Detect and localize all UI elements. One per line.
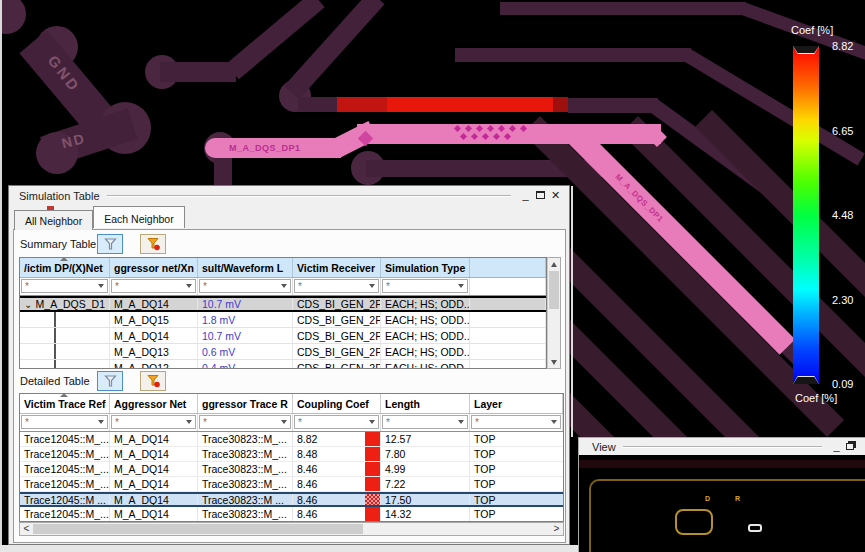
filter-combobox[interactable]: *: [111, 415, 196, 429]
app-left-border: [0, 0, 2, 545]
summary-table-row[interactable]: M_A_DQ120.4 mVCDS_BI_GEN_2PEACH; HS; ODD: [20, 360, 546, 369]
aggressor-net-cell: M_A_DQ14: [110, 328, 198, 343]
victim-trace-ref-cell: Trace12045::M_...: [20, 432, 110, 446]
header-filler: [470, 258, 546, 277]
view-window-titlebar[interactable]: View _: [579, 438, 865, 455]
filter-combobox[interactable]: *: [21, 279, 108, 293]
layer-cell: TOP: [470, 432, 563, 446]
chevron-down-icon[interactable]: [369, 420, 375, 424]
detailed-table-row[interactable]: Trace12045::M_...M_A_DQ14Trace30823::M_.…: [20, 447, 563, 462]
summary-table-row[interactable]: M_A_DQ151.8 mVCDS_BI_GEN_2P...EACH; HS; …: [20, 312, 546, 328]
detailed-horizontal-scrollbar[interactable]: < >: [19, 522, 564, 536]
aggressor-net-cell: M_A_DQ14: [110, 298, 198, 310]
detailed-table-row[interactable]: Trace12045::M ...M_A_DQ14Trace30823::M .…: [20, 492, 563, 507]
tab-each-neighbor[interactable]: Each Neighbor: [93, 206, 184, 228]
pink-victim-trace[interactable]: M_A_DQS_DP1: [205, 138, 341, 158]
chevron-down-icon[interactable]: [186, 420, 192, 424]
victim-trace-ref-cell: Trace12045::M ...: [20, 494, 110, 505]
filter-wildcard: *: [25, 417, 29, 428]
scroll-up-icon[interactable]: [548, 258, 560, 270]
detailed-filter-row: ******: [20, 414, 563, 432]
minimize-icon[interactable]: _: [518, 188, 533, 203]
filter-cell: *: [381, 278, 470, 295]
chevron-down-icon[interactable]: [458, 284, 464, 288]
summary-table-row[interactable]: M_A_DQ1410.7 mVCDS_BI_GEN_2P...EACH; HS;…: [20, 328, 546, 344]
column-header[interactable]: Victim Trace Ref: [20, 394, 110, 413]
red-highlight-trace[interactable]: [337, 97, 387, 112]
column-header[interactable]: ggressor Trace R: [198, 394, 293, 413]
detailed-table-row[interactable]: Trace12045::M_...M_A_DQ14Trace30823::M_.…: [20, 462, 563, 477]
filter-wildcard: *: [115, 417, 119, 428]
simulation-window-titlebar[interactable]: Simulation Table _ ✕: [9, 186, 569, 205]
close-icon[interactable]: ✕: [548, 188, 563, 203]
detailed-filter-button[interactable]: [97, 371, 123, 391]
filter-combobox[interactable]: *: [294, 415, 379, 429]
chevron-down-icon[interactable]: [98, 284, 104, 288]
column-header[interactable]: ggressor net/Xn: [110, 258, 198, 277]
summary-vertical-scrollbar[interactable]: [547, 257, 561, 369]
column-header[interactable]: Simulation Type: [381, 258, 470, 277]
column-header[interactable]: Coupling Coef: [293, 394, 381, 413]
filter-combobox[interactable]: *: [382, 279, 468, 293]
summary-filter-button[interactable]: [97, 234, 123, 254]
filter-combobox[interactable]: *: [111, 279, 196, 293]
result-link-cell[interactable]: 1.8 mV: [198, 312, 293, 327]
column-header[interactable]: Victim Receiver: [293, 258, 381, 277]
board-preview[interactable]: D R: [579, 455, 865, 552]
scrollbar-thumb[interactable]: [549, 271, 559, 309]
column-header[interactable]: Layer: [470, 394, 563, 413]
detailed-table-row[interactable]: Trace12045::M_...M_A_DQ14Trace30823::M_.…: [20, 507, 563, 522]
filter-combobox[interactable]: *: [199, 279, 291, 293]
column-header[interactable]: Aggressor Net: [110, 394, 198, 413]
victim-net-cell: ⌄M_A_DQS_D1: [20, 298, 110, 310]
scroll-left-icon[interactable]: <: [20, 523, 33, 535]
detailed-table-row[interactable]: Trace12045::M_...M_A_DQ14Trace30823::M_.…: [20, 432, 563, 447]
coef-color-swatch: [365, 507, 380, 521]
summary-table-row[interactable]: M_A_DQ130.6 mVCDS_BI_GEN_2P...EACH; HS; …: [20, 344, 546, 360]
aggressor-net-cell: M_A_DQ14: [110, 432, 198, 446]
column-header[interactable]: sult/Waveform L: [198, 258, 293, 277]
each-neighbor-panel: Summary Table /ictim DP/(X)Netggressor n…: [13, 229, 566, 543]
colorbar-title-top: Coef [%]: [791, 24, 833, 36]
expander-icon[interactable]: ⌄: [24, 299, 36, 310]
filter-combobox[interactable]: *: [199, 415, 291, 429]
summary-table-row[interactable]: ⌄M_A_DQS_D1M_A_DQ1410.7 mVCDS_BI_GEN_2P.…: [20, 296, 546, 312]
detailed-table-row[interactable]: Trace12045::M_...M_A_DQ14Trace30823::M_.…: [20, 477, 563, 492]
red-highlight-trace[interactable]: [387, 97, 553, 112]
float-window-icon[interactable]: [844, 439, 859, 454]
result-link-cell[interactable]: 0.6 mV: [198, 344, 293, 359]
filter-wildcard: *: [386, 281, 390, 292]
chevron-down-icon[interactable]: [186, 284, 192, 288]
scrollbar-thumb[interactable]: [33, 524, 363, 534]
simulation-type-cell: EACH; HS; ODD...: [381, 312, 470, 327]
aggressor-trace-ref-cell: Trace30823::M_...: [198, 462, 293, 476]
chevron-down-icon[interactable]: [458, 420, 464, 424]
scroll-down-icon[interactable]: [548, 356, 560, 368]
scroll-right-icon[interactable]: >: [550, 523, 563, 535]
filter-combobox[interactable]: *: [21, 415, 108, 429]
layer-cell: TOP: [470, 494, 563, 505]
chevron-down-icon[interactable]: [369, 284, 375, 288]
victim-net-cell: [20, 360, 110, 369]
victim-receiver-cell: CDS_BI_GEN_2P...: [293, 328, 381, 343]
chevron-down-icon[interactable]: [281, 420, 287, 424]
filter-combobox[interactable]: *: [382, 415, 468, 429]
summary-clear-filter-button[interactable]: [140, 234, 166, 254]
filter-wildcard: *: [386, 417, 390, 428]
chevron-down-icon[interactable]: [281, 284, 287, 288]
aggressor-net-cell: M_A_DQ15: [110, 312, 198, 327]
tab-all-neighbor[interactable]: All Neighbor: [14, 210, 93, 230]
filter-combobox[interactable]: *: [471, 415, 561, 429]
result-link-cell[interactable]: 10.7 mV: [198, 298, 293, 310]
chevron-down-icon[interactable]: [551, 420, 557, 424]
column-header[interactable]: Length: [381, 394, 470, 413]
filter-combobox[interactable]: *: [294, 279, 379, 293]
minimize-icon[interactable]: _: [829, 439, 844, 454]
maximize-icon[interactable]: [533, 188, 548, 203]
column-header[interactable]: /ictim DP/(X)Net: [20, 258, 110, 277]
result-link-cell[interactable]: 0.4 mV: [198, 360, 293, 369]
red-highlight-trace[interactable]: [553, 97, 568, 112]
result-link-cell[interactable]: 10.7 mV: [198, 328, 293, 343]
detailed-clear-filter-button[interactable]: [140, 371, 166, 391]
chevron-down-icon[interactable]: [98, 420, 104, 424]
